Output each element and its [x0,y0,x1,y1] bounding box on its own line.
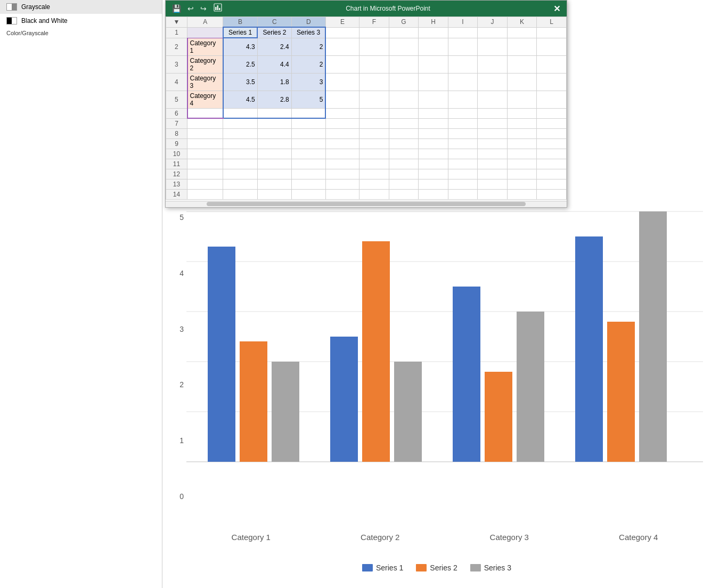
data-cell[interactable]: Category 3 [187,73,223,91]
sidebar-item-grayscale[interactable]: Grayscale [0,0,162,14]
data-cell[interactable] [478,38,508,55]
data-cell[interactable] [359,55,389,73]
col-header-E[interactable]: E [325,17,359,28]
data-cell[interactable] [389,91,419,108]
data-cell[interactable] [537,38,567,55]
data-cell[interactable] [359,27,389,38]
data-cell[interactable]: Series 3 [291,27,325,38]
data-cell[interactable]: 4.5 [223,91,257,108]
table-row: 2 Category 1 4.3 2.4 2 [166,38,567,55]
data-cell[interactable]: Category 1 [187,38,223,55]
data-cell[interactable] [507,91,537,108]
data-cell[interactable] [419,91,448,108]
data-cell[interactable] [389,38,419,55]
data-cell[interactable] [419,55,448,73]
data-cell[interactable] [419,73,448,91]
data-cell[interactable] [359,108,389,118]
data-cell[interactable] [478,108,508,118]
data-cell[interactable]: 3 [291,73,325,91]
data-cell[interactable] [537,73,567,91]
data-cell[interactable] [507,73,537,91]
data-cell[interactable] [507,55,537,73]
data-cell[interactable] [537,27,567,38]
data-cell[interactable] [448,27,478,38]
data-cell[interactable] [325,91,359,108]
data-cell[interactable]: Category 4 [187,91,223,108]
data-cell[interactable] [478,91,508,108]
bar-cat2-s3 [394,362,422,462]
data-cell[interactable]: Series 1 [223,27,257,38]
bar-cat4-s1 [575,236,603,462]
sidebar-item-color-grayscale[interactable]: Color/Grayscale [0,28,162,38]
data-cell[interactable]: Category 2 [187,55,223,73]
data-cell[interactable] [507,108,537,118]
col-header-K[interactable]: K [507,17,537,28]
data-cell[interactable] [187,27,223,38]
col-header-L[interactable]: L [537,17,567,28]
data-cell[interactable] [448,55,478,73]
svg-rect-2 [217,5,219,10]
data-cell[interactable] [537,91,567,108]
data-cell[interactable] [187,108,223,118]
col-header-G[interactable]: G [389,17,419,28]
col-header-C[interactable]: C [257,17,291,28]
col-header-A[interactable]: A [187,17,223,28]
data-cell[interactable] [478,73,508,91]
col-header-H[interactable]: H [419,17,448,28]
data-cell[interactable]: 4.4 [257,55,291,73]
horizontal-scrollbar[interactable] [166,201,567,207]
data-cell[interactable] [325,55,359,73]
data-cell[interactable] [325,73,359,91]
data-cell[interactable]: 4.3 [223,38,257,55]
data-cell[interactable] [507,38,537,55]
data-cell[interactable]: 3.5 [223,73,257,91]
data-cell[interactable] [507,27,537,38]
data-cell[interactable]: 2.8 [257,91,291,108]
col-header-J[interactable]: J [478,17,508,28]
data-cell[interactable] [389,73,419,91]
data-cell[interactable] [223,108,257,118]
col-header-F[interactable]: F [359,17,389,28]
dialog-close-button[interactable]: ✕ [551,4,562,14]
dialog-title: Chart in Microsoft PowerPoint [225,5,551,12]
col-header-I[interactable]: I [448,17,478,28]
chart-button[interactable] [211,2,225,16]
data-cell[interactable] [537,108,567,118]
data-cell[interactable] [537,55,567,73]
data-cell[interactable] [448,38,478,55]
data-cell[interactable] [478,55,508,73]
data-cell[interactable] [478,27,508,38]
data-cell[interactable] [419,27,448,38]
data-cell[interactable] [359,73,389,91]
undo-button[interactable]: ↩ [185,3,196,14]
data-cell[interactable] [359,38,389,55]
data-cell[interactable] [359,91,389,108]
data-cell[interactable]: 5 [291,91,325,108]
data-cell[interactable]: 2.5 [223,55,257,73]
data-cell[interactable]: 1.8 [257,73,291,91]
data-cell[interactable] [448,73,478,91]
data-cell[interactable] [419,38,448,55]
data-cell[interactable] [448,91,478,108]
col-header-B[interactable]: B [223,17,257,28]
data-cell[interactable] [389,27,419,38]
data-cell[interactable] [389,108,419,118]
bar-cat2-s2 [362,241,390,462]
save-button[interactable]: 💾 [170,3,183,14]
redo-button[interactable]: ↪ [198,3,209,14]
data-cell[interactable] [257,108,291,118]
data-cell[interactable] [325,38,359,55]
legend-swatch-series3 [470,564,481,571]
data-cell[interactable]: Series 2 [257,27,291,38]
data-cell[interactable] [291,108,325,118]
data-cell[interactable] [325,108,359,118]
data-cell[interactable]: 2 [291,55,325,73]
data-cell[interactable]: 2.4 [257,38,291,55]
data-cell[interactable]: 2 [291,38,325,55]
data-cell[interactable] [325,27,359,38]
sidebar-item-black-and-white[interactable]: Black and White [0,14,162,28]
data-cell[interactable] [419,108,448,118]
data-cell[interactable] [389,55,419,73]
col-header-D[interactable]: D [291,17,325,28]
data-cell[interactable] [448,108,478,118]
